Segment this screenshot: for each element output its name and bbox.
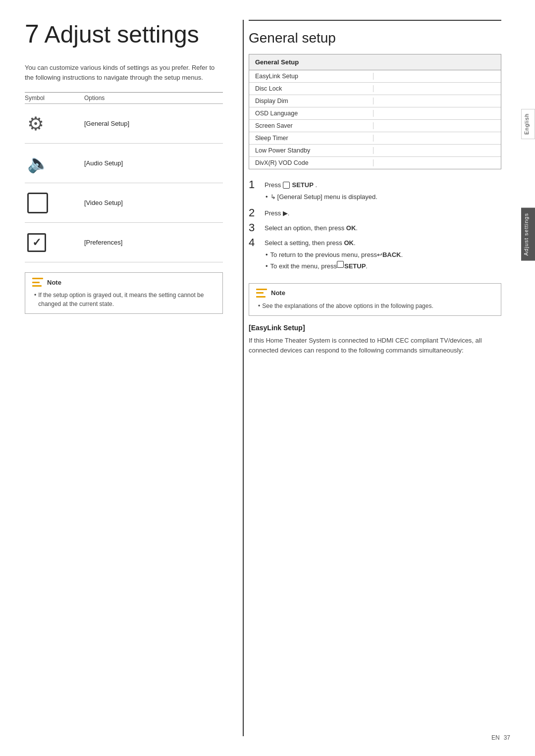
step-1-text: Press	[265, 181, 283, 189]
symbol-table-header: Symbol Options	[25, 93, 223, 104]
step-1-sub: ↳ [General Setup] menu is displayed.	[265, 192, 501, 202]
setup-table-header: General Setup	[249, 54, 501, 70]
setup-row-lowpower-right	[373, 147, 495, 154]
setup-keyword-2: SETUP	[344, 261, 366, 271]
setup-row-screensaver: Screen Saver	[255, 122, 373, 129]
setup-row-displaydim-right	[373, 98, 495, 104]
audio-icon: 🔈	[27, 153, 50, 174]
note-line-1	[32, 278, 43, 279]
setup-period-2: .	[366, 261, 368, 271]
easylink-text: If this Home Theater System is connected…	[249, 336, 501, 355]
chapter-number: 7	[25, 19, 39, 48]
back-keyword: BACK	[382, 250, 401, 260]
right-note-box: Note See the explanations of the above o…	[249, 283, 501, 316]
chapter-heading: 7 Adjust settings	[25, 20, 223, 48]
step-1-period: .	[315, 181, 317, 189]
video-icon	[27, 193, 48, 213]
step-1-number: 1	[249, 179, 265, 190]
section-title: General setup	[249, 28, 501, 46]
top-divider	[249, 20, 501, 21]
preferences-label: [Preferences]	[84, 239, 223, 246]
step-4-keyword-ok: OK	[344, 239, 354, 247]
note-line-r1	[256, 289, 267, 290]
step-1-keyword: SETUP	[292, 181, 313, 189]
table-row: OSD Language	[249, 107, 501, 120]
left-note-bullet: If the setup option is grayed out, it me…	[34, 291, 215, 308]
right-note-icon	[256, 289, 267, 298]
right-note-label: Note	[271, 289, 285, 297]
right-note-header: Note	[256, 289, 494, 298]
setup-row-osdlang-right	[373, 110, 495, 117]
easylink-section: [EasyLink Setup] If this Home Theater Sy…	[249, 324, 501, 355]
chapter-title-text: Adjust settings	[45, 21, 199, 48]
preferences-icon-cell	[25, 233, 84, 252]
step-3-content: Select an option, then press OK.	[265, 223, 501, 233]
step-4-content: Select a setting, then press OK. To retu…	[265, 238, 501, 273]
english-tab: English	[521, 109, 535, 139]
table-row: [Video Setup]	[25, 183, 223, 223]
left-note-box: Note If the setup option is grayed out, …	[25, 272, 223, 314]
general-setup-label: [General Setup]	[84, 120, 223, 127]
symbol-table: Symbol Options ⚙ [General Setup] 🔈 [Audi…	[25, 92, 223, 262]
audio-icon-cell: 🔈	[25, 153, 84, 174]
step-1: 1 Press SETUP . ↳ [General Setup] menu i…	[249, 180, 501, 203]
lang-label: EN	[491, 734, 500, 741]
step-4-number: 4	[249, 237, 265, 248]
setup-row-disclock-right	[373, 85, 495, 92]
step-4-sub: To return to the previous menu, press ↩ …	[265, 250, 501, 271]
left-column: 7 Adjust settings You can customize vari…	[25, 20, 243, 736]
step-4-sub-1-text: To return to the previous menu, press	[270, 250, 377, 260]
setup-row-displaydim: Display Dim	[255, 98, 373, 104]
table-row: Screen Saver	[249, 120, 501, 132]
audio-setup-label: [Audio Setup]	[84, 159, 223, 167]
setup-row-disclock: Disc Lock	[255, 85, 373, 92]
intro-text: You can customize various kinds of setti…	[25, 63, 223, 82]
table-row: Display Dim	[249, 95, 501, 107]
setup-row-sleeptimer-right	[373, 135, 495, 142]
video-setup-label: [Video Setup]	[84, 199, 223, 206]
setup-row-easylink-right	[373, 73, 495, 80]
gear-icon: ⚙	[27, 113, 44, 135]
gear-icon-cell: ⚙	[25, 113, 84, 135]
step-2: 2 Press ▶.	[249, 208, 501, 218]
left-note-label: Note	[47, 279, 61, 286]
note-icon	[32, 278, 43, 287]
note-line-2	[32, 282, 40, 283]
table-row: Disc Lock	[249, 83, 501, 95]
back-icon: ↩	[377, 250, 382, 260]
table-row: Sleep Timer	[249, 132, 501, 145]
setup-icon-2	[337, 261, 344, 268]
step-4-sub-1: To return to the previous menu, press ↩ …	[266, 250, 501, 260]
step-2-number: 2	[249, 207, 265, 218]
table-row: DivX(R) VOD Code	[249, 157, 501, 169]
step-1-sub-1: ↳ [General Setup] menu is displayed.	[266, 192, 501, 202]
setup-icon	[283, 182, 290, 189]
side-tabs: English Adjust settings	[521, 0, 535, 756]
options-col-header: Options	[84, 95, 223, 101]
note-line-r3	[256, 296, 266, 298]
setup-row-divx: DivX(R) VOD Code	[255, 159, 373, 166]
arrow-icon: ↳	[270, 192, 276, 202]
right-note-bullet: See the explanations of the above option…	[258, 302, 494, 310]
table-row: 🔈 [Audio Setup]	[25, 144, 223, 183]
setup-table: General Setup EasyLink Setup Disc Lock D…	[249, 54, 501, 169]
video-icon-cell	[25, 193, 84, 213]
step-4-sub-2-text: To exit the menu, press	[270, 261, 337, 271]
setup-row-divx-right	[373, 159, 495, 166]
setup-row-screensaver-right	[373, 122, 495, 129]
step-4-text: Select a setting, then press OK.	[265, 239, 356, 247]
adjust-tab: Adjust settings	[521, 208, 535, 261]
note-line-r2	[256, 292, 264, 294]
page-number: 37	[504, 734, 510, 741]
step-3: 3 Select an option, then press OK.	[249, 223, 501, 233]
back-period: .	[401, 250, 403, 260]
left-note-text: If the setup option is grayed out, it me…	[32, 291, 215, 308]
left-note-header: Note	[32, 278, 215, 287]
step-list: 1 Press SETUP . ↳ [General Setup] menu i…	[249, 180, 501, 273]
step-2-text: Press ▶.	[265, 209, 289, 217]
step-1-sub-1-text: [General Setup] menu is displayed.	[277, 192, 377, 202]
setup-row-easylink: EasyLink Setup	[255, 73, 373, 80]
step-4-sub-2: To exit the menu, press SETUP.	[266, 261, 501, 271]
right-column: General setup General Setup EasyLink Set…	[243, 20, 501, 736]
table-row: Low Power Standby	[249, 145, 501, 157]
